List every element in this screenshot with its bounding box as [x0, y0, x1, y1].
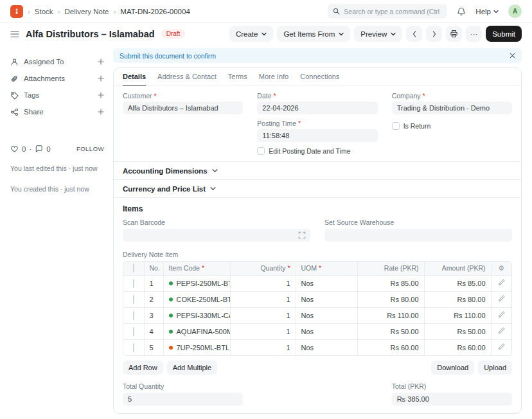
comment-icon[interactable] — [35, 145, 43, 153]
row-checkbox[interactable] — [133, 295, 134, 304]
rate-cell[interactable]: Rs 85.00 — [357, 275, 424, 291]
select-all-checkbox[interactable] — [133, 263, 134, 272]
edit-posting-checkbox[interactable] — [257, 147, 265, 155]
add-multiple-button[interactable]: Add Multiple — [167, 361, 218, 375]
amount-cell[interactable]: Rs 110.00 — [424, 307, 491, 323]
item-code-cell[interactable]: AQUAFINA-500ML-B — [163, 323, 230, 339]
chevron-down-icon — [493, 10, 499, 13]
heart-icon[interactable] — [10, 145, 19, 153]
item-code-cell[interactable]: 7UP-250ML-BTL — [163, 339, 230, 355]
amount-cell[interactable]: Rs 50.00 — [424, 323, 491, 339]
add-share-button[interactable] — [98, 109, 104, 115]
help-menu[interactable]: Help — [475, 8, 499, 15]
preview-button[interactable]: Preview — [354, 26, 402, 42]
notifications-bell-icon[interactable] — [457, 7, 466, 16]
print-button[interactable] — [446, 26, 462, 42]
user-avatar[interactable]: A — [508, 4, 522, 18]
item-code-cell[interactable]: PEPSI-250ML-BTL — [163, 275, 230, 291]
tab-more-info[interactable]: More Info — [259, 68, 288, 85]
add-assignment-button[interactable] — [98, 58, 104, 65]
create-button[interactable]: Create — [229, 26, 274, 42]
breadcrumb-separator: › — [113, 8, 116, 15]
quantity-cell[interactable]: 1 — [230, 307, 296, 323]
edit-row-icon[interactable] — [498, 295, 505, 302]
search-input[interactable] — [344, 8, 442, 15]
uom-cell[interactable]: Nos — [296, 323, 357, 339]
breadcrumb-stock[interactable]: Stock — [35, 8, 53, 15]
add-tag-button[interactable] — [98, 92, 104, 98]
rate-cell[interactable]: Rs 110.00 — [357, 307, 424, 323]
company-field: Company * — [392, 92, 512, 114]
is-return-checkbox[interactable] — [392, 122, 400, 130]
tab-address-contact[interactable]: Address & Contact — [157, 68, 217, 85]
customer-input[interactable] — [123, 102, 243, 114]
app-logo-icon[interactable] — [10, 5, 23, 18]
date-input[interactable] — [257, 102, 377, 114]
uom-cell[interactable]: Nos — [296, 339, 357, 355]
tab-details[interactable]: Details — [123, 68, 146, 85]
barcode-scan-icon[interactable] — [298, 231, 306, 239]
row-checkbox[interactable] — [133, 327, 134, 336]
edit-row-icon[interactable] — [498, 311, 505, 318]
breadcrumb-document-id[interactable]: MAT-DN-2026-00004 — [120, 8, 190, 15]
upload-button[interactable]: Upload — [478, 361, 512, 375]
uom-cell[interactable]: Nos — [296, 291, 357, 307]
chevron-down-icon — [212, 168, 218, 173]
edit-row-icon[interactable] — [498, 279, 505, 286]
breadcrumb: › Stock › Delivery Note › MAT-DN-2026-00… — [10, 5, 190, 18]
posting-time-input[interactable] — [257, 129, 377, 142]
is-return-checkbox-row: Is Return — [392, 122, 512, 130]
scan-barcode-input[interactable] — [123, 229, 310, 242]
row-checkbox[interactable] — [133, 343, 134, 352]
next-document-button[interactable] — [426, 26, 442, 42]
section-accounting-dimensions[interactable]: Accounting Dimensions — [114, 161, 521, 179]
edit-row-icon[interactable] — [498, 327, 505, 334]
sidebar-item-assigned-to[interactable]: Assigned To — [10, 53, 104, 70]
grid-settings-icon[interactable]: ⚙ — [498, 264, 504, 272]
get-items-from-button[interactable]: Get Items From — [277, 26, 350, 42]
paperclip-icon — [10, 75, 19, 83]
download-button[interactable]: Download — [431, 361, 474, 375]
tab-terms[interactable]: Terms — [228, 68, 247, 85]
sidebar-toggle-icon[interactable] — [10, 30, 19, 38]
more-actions-button[interactable]: ··· — [466, 26, 482, 42]
sidebar-item-share[interactable]: Share — [10, 103, 104, 120]
close-icon[interactable] — [510, 53, 515, 58]
quantity-cell[interactable]: 1 — [230, 291, 296, 307]
stock-indicator-dot — [169, 330, 173, 334]
row-checkbox[interactable] — [133, 279, 134, 288]
follow-button[interactable]: FOLLOW — [76, 145, 104, 152]
add-row-button[interactable]: Add Row — [123, 361, 163, 375]
item-code-cell[interactable]: COKE-250ML-BTL — [163, 291, 230, 307]
rate-cell[interactable]: Rs 50.00 — [357, 323, 424, 339]
sidebar-item-attachments[interactable]: Attachments — [10, 70, 104, 87]
amount-cell[interactable]: Rs 85.00 — [424, 275, 491, 291]
amount-cell[interactable]: Rs 60.00 — [424, 339, 491, 355]
sidebar-item-tags[interactable]: Tags — [10, 87, 104, 103]
breadcrumb-delivery-note[interactable]: Delivery Note — [64, 8, 109, 15]
submit-button[interactable]: Submit — [486, 26, 522, 42]
previous-document-button[interactable] — [406, 26, 422, 42]
uom-cell[interactable]: Nos — [296, 275, 357, 291]
company-input[interactable] — [392, 102, 512, 114]
global-search[interactable] — [328, 4, 447, 19]
item-code-cell[interactable]: PEPSI-330ML-CAN — [163, 307, 230, 323]
tab-connections[interactable]: Connections — [300, 68, 339, 85]
add-attachment-button[interactable] — [98, 75, 104, 82]
required-marker: * — [202, 264, 204, 272]
required-marker: * — [273, 92, 276, 100]
section-currency-price-list[interactable]: Currency and Price List — [114, 179, 521, 197]
rate-cell[interactable]: Rs 80.00 — [357, 291, 424, 307]
item-row: 4 AQUAFINA-500ML-B 1 Nos Rs 50.00 Rs 50.… — [123, 323, 511, 339]
amount-cell[interactable]: Rs 80.00 — [424, 291, 491, 307]
search-icon — [333, 8, 340, 15]
user-icon — [10, 58, 19, 66]
set-source-warehouse-input[interactable] — [324, 229, 512, 242]
quantity-cell[interactable]: 1 — [230, 275, 296, 291]
quantity-cell[interactable]: 1 — [230, 339, 296, 355]
edit-row-icon[interactable] — [498, 343, 505, 350]
row-checkbox[interactable] — [133, 311, 134, 320]
quantity-cell[interactable]: 1 — [230, 323, 296, 339]
rate-cell[interactable]: Rs 60.00 — [357, 339, 424, 355]
uom-cell[interactable]: Nos — [296, 307, 357, 323]
